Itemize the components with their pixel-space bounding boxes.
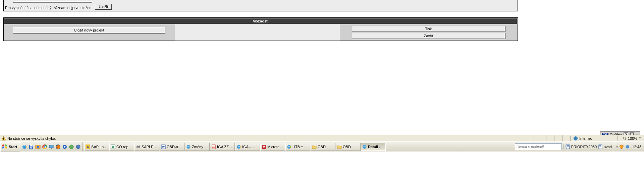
save-button[interactable]: Uložit <box>95 4 112 10</box>
document-icon <box>566 144 570 149</box>
svg-point-21 <box>76 145 80 149</box>
ie-status-bar: Na stránce se vyskytla chyba. Internet 1… <box>0 135 644 141</box>
svg-rect-42 <box>567 147 569 147</box>
task-icon <box>236 144 241 149</box>
chevron-down-icon[interactable]: ▼ <box>639 137 641 140</box>
save-new-project-button[interactable]: Uložit nový projekt <box>13 27 165 34</box>
task-icon: PDF <box>211 144 216 149</box>
task-icon <box>337 144 342 149</box>
ql-firefox-icon[interactable] <box>55 144 61 150</box>
task-button[interactable]: Detail pr... <box>361 143 386 151</box>
task-button[interactable]: XCO repor... <box>109 143 134 151</box>
task-icon <box>312 144 317 149</box>
ql-save-icon[interactable] <box>28 144 34 150</box>
ql-app-icon[interactable] <box>68 144 74 150</box>
svg-point-14 <box>44 146 46 148</box>
document-icon <box>598 144 603 149</box>
tray-shield-icon[interactable] <box>619 144 624 149</box>
svg-rect-3 <box>3 139 4 140</box>
task-icon <box>186 144 191 149</box>
task-button[interactable]: OBD <box>336 143 361 151</box>
svg-text:X: X <box>112 145 114 148</box>
task-button[interactable]: MMicrotek ... <box>260 143 285 151</box>
ie-status-message: Na stránce se vyskytla chyba. <box>7 136 56 140</box>
task-icon <box>287 144 291 149</box>
task-icon: W <box>161 144 166 149</box>
finance-hint-panel: Pro vyplnění financí musí být záznam nej… <box>3 0 518 11</box>
options-right-cell: Tisk Zavřít <box>350 24 507 41</box>
task-button[interactable]: IGA - Win... <box>235 143 260 151</box>
svg-point-47 <box>626 145 629 148</box>
task-button[interactable]: OBD <box>311 143 335 151</box>
desktop-shortcut[interactable]: PRIORITY2030 <box>566 144 597 149</box>
ql-ie-icon[interactable] <box>21 144 28 150</box>
svg-text:W: W <box>162 145 165 148</box>
svg-point-12 <box>37 146 39 148</box>
svg-rect-44 <box>599 145 601 146</box>
task-buttons: SSAP Logo...XCO repor...SAPLPD -...WOBD-… <box>83 143 386 151</box>
tray-expand-icon[interactable]: « <box>616 145 618 148</box>
options-end-cell <box>507 24 518 41</box>
svg-rect-46 <box>599 147 601 147</box>
options-left-cell: Uložit nový projekt <box>4 24 175 41</box>
svg-rect-2 <box>3 137 4 139</box>
task-icon: S <box>86 144 90 149</box>
finance-hint-text: Pro vyplnění financí musí být záznam nej… <box>5 6 92 10</box>
taskbar-search[interactable]: 🔍 <box>515 143 562 150</box>
task-label: OBD <box>318 145 326 149</box>
svg-rect-45 <box>599 146 601 146</box>
task-icon <box>362 144 367 149</box>
ie-zoom-control[interactable]: 100% ▼ <box>617 136 644 140</box>
options-header: Možnosti <box>4 18 517 24</box>
task-icon <box>136 144 141 149</box>
taskbar-search-input[interactable] <box>515 145 565 149</box>
svg-rect-16 <box>51 148 52 149</box>
task-button[interactable]: WOBD-nav... <box>160 143 184 151</box>
start-label: Start <box>9 145 17 149</box>
desktop-shortcut[interactable]: uvod <box>598 144 612 149</box>
ql-desktop-icon[interactable] <box>48 144 54 150</box>
task-label: OBD-nav... <box>167 145 183 149</box>
task-label: SAP Logo... <box>91 145 108 149</box>
task-button[interactable]: SAPLPD -... <box>135 143 159 151</box>
task-label: OBD <box>343 145 351 149</box>
task-button[interactable]: Změny tý... <box>185 143 210 151</box>
svg-rect-10 <box>30 147 32 148</box>
svg-rect-27 <box>137 145 139 146</box>
quick-launch <box>20 142 83 152</box>
svg-text:PDF: PDF <box>212 146 215 148</box>
globe-icon <box>573 136 578 141</box>
ql-outlook-icon[interactable] <box>35 144 41 150</box>
svg-text:M: M <box>263 145 265 148</box>
options-panel: Možnosti Uložit nový projekt Tisk Zavřít <box>3 17 518 41</box>
task-button[interactable]: UTB :: Fa... <box>285 143 310 151</box>
svg-rect-9 <box>30 145 33 146</box>
options-middle-cell <box>175 24 340 41</box>
ie-zoom-value: 100% <box>628 136 637 140</box>
task-label: Změny tý... <box>192 145 208 149</box>
task-icon: M <box>262 144 266 149</box>
start-button[interactable]: Start <box>0 142 20 152</box>
print-button[interactable]: Tisk <box>352 26 505 32</box>
task-button[interactable]: SSAP Logo... <box>84 143 109 151</box>
task-label: Microtek ... <box>267 145 284 149</box>
task-label: Detail pr... <box>368 145 384 149</box>
task-button[interactable]: PDFIGA ZZ.p... <box>210 143 235 151</box>
ie-security-zone[interactable]: Internet <box>570 136 617 141</box>
ql-chrome-icon[interactable] <box>42 144 48 150</box>
empty-input-fragment <box>13 1 92 3</box>
close-button[interactable]: Zavřít <box>352 33 505 39</box>
ql-app2-icon[interactable] <box>75 144 81 150</box>
task-label: CO repor... <box>116 145 133 149</box>
task-icon: X <box>111 144 115 149</box>
svg-point-5 <box>623 137 625 139</box>
task-label: IGA ZZ.p... <box>217 145 233 149</box>
task-label: UTB :: Fa... <box>292 145 309 149</box>
tray-app-icon[interactable] <box>625 144 630 149</box>
system-tray: « 12:43 <box>614 142 644 152</box>
warning-icon <box>1 136 6 141</box>
taskbar-clock[interactable]: 12:43 <box>631 145 642 149</box>
svg-line-6 <box>625 139 626 140</box>
svg-rect-41 <box>567 146 569 146</box>
ql-media-icon[interactable] <box>62 144 68 150</box>
